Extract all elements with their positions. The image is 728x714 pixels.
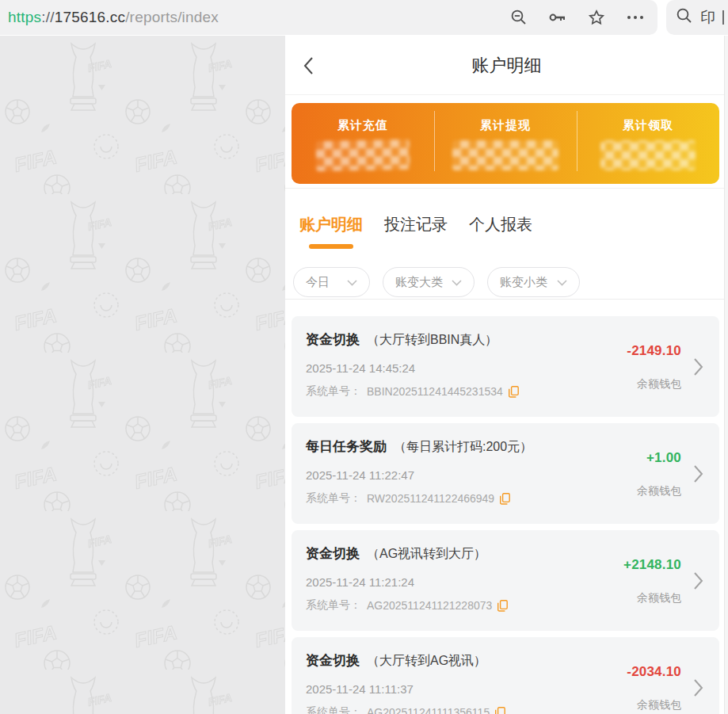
filter-label: 账变大类 bbox=[395, 275, 443, 290]
summary-label: 累计领取 bbox=[623, 118, 673, 133]
transaction-amount: -2149.10 bbox=[627, 343, 681, 359]
wallet-type: 余额钱包 bbox=[627, 377, 681, 391]
order-label: 系统单号： bbox=[306, 705, 361, 714]
clipped-glyph bbox=[722, 10, 725, 25]
wallet-type: 余额钱包 bbox=[627, 698, 681, 712]
screen: https://175616.cc/reports/index bbox=[0, 0, 728, 714]
tab-bar: 账户明细 投注记录 个人报表 bbox=[285, 189, 728, 249]
copy-icon[interactable] bbox=[509, 386, 519, 398]
wallet-type: 余额钱包 bbox=[623, 591, 681, 605]
wallet-type: 余额钱包 bbox=[637, 484, 681, 498]
masked-amount bbox=[452, 140, 558, 170]
back-button[interactable] bbox=[303, 56, 317, 75]
transaction-row[interactable]: 资金切换 （大厅转到BBIN真人） 2025-11-24 14:45:24 系统… bbox=[292, 316, 719, 417]
order-number: AG202511241121228073 bbox=[367, 599, 492, 612]
transaction-title: 资金切换 bbox=[306, 544, 360, 563]
order-label: 系统单号： bbox=[306, 491, 361, 506]
tab-label: 个人报表 bbox=[469, 214, 532, 235]
tab[interactable]: 个人报表 bbox=[469, 214, 532, 249]
address-bar-icons bbox=[510, 9, 645, 26]
summary-card: 累计充值 累计提现 累计领取 bbox=[292, 103, 719, 184]
transaction-note: （AG视讯转到大厅） bbox=[367, 546, 486, 563]
browser-topbar: https://175616.cc/reports/index bbox=[0, 0, 728, 36]
copy-icon[interactable] bbox=[500, 493, 510, 505]
url-text[interactable]: https://175616.cc/reports/index bbox=[8, 9, 219, 26]
summary-item: 累计充值 bbox=[292, 103, 434, 184]
chevron-right-icon[interactable] bbox=[693, 357, 703, 380]
transaction-note: （大厅转到BBIN真人） bbox=[367, 332, 497, 349]
fifa-watermark-background: FIFA FIFA bbox=[0, 36, 285, 714]
order-number: AG202511241111356115 bbox=[367, 706, 490, 714]
transaction-amount: +2148.10 bbox=[623, 557, 681, 573]
url-separator: :// bbox=[41, 9, 54, 25]
order-label: 系统单号： bbox=[306, 384, 361, 399]
chevron-down-icon bbox=[347, 275, 357, 289]
url-path: /reports/index bbox=[125, 9, 219, 25]
transaction-list: 资金切换 （大厅转到BBIN真人） 2025-11-24 14:45:24 系统… bbox=[285, 316, 728, 714]
zoom-out-icon[interactable] bbox=[510, 9, 528, 26]
transaction-row[interactable]: 资金切换 （大厅转到AG视讯） 2025-11-24 11:11:37 系统单号… bbox=[292, 637, 719, 714]
summary-label: 累计充值 bbox=[337, 118, 388, 133]
masked-amount bbox=[600, 140, 696, 170]
filter-label: 今日 bbox=[306, 275, 330, 290]
transaction-row[interactable]: 每日任务奖励 （每日累计打码:200元） 2025-11-24 11:22:47… bbox=[292, 423, 719, 524]
divider bbox=[285, 299, 728, 300]
star-icon[interactable] bbox=[588, 9, 605, 26]
search-query-text: 印 bbox=[700, 7, 715, 28]
filter-dropdown[interactable]: 今日 bbox=[293, 267, 370, 297]
tab[interactable]: 账户明细 bbox=[299, 214, 363, 249]
order-number: BBIN202511241445231534 bbox=[367, 385, 503, 398]
transaction-title: 资金切换 bbox=[306, 651, 360, 670]
browser-search-box[interactable]: 印 bbox=[666, 0, 728, 35]
transaction-title: 每日任务奖励 bbox=[306, 437, 387, 456]
transaction-amount-block: -2149.10 余额钱包 bbox=[627, 343, 681, 391]
order-label: 系统单号： bbox=[306, 598, 361, 613]
summary-item: 累计领取 bbox=[577, 103, 719, 184]
transaction-amount-block: +2148.10 余额钱包 bbox=[623, 557, 681, 605]
copy-icon[interactable] bbox=[497, 600, 508, 612]
chevron-down-icon bbox=[557, 275, 567, 289]
address-bar[interactable]: https://175616.cc/reports/index bbox=[0, 0, 657, 35]
more-icon[interactable] bbox=[626, 14, 645, 21]
key-icon[interactable] bbox=[548, 10, 567, 25]
tab-label: 账户明细 bbox=[299, 214, 363, 235]
url-scheme: https bbox=[8, 9, 41, 25]
transaction-note: （大厅转到AG视讯） bbox=[367, 653, 486, 670]
filter-dropdown[interactable]: 账变小类 bbox=[487, 267, 580, 297]
summary-item: 累计提现 bbox=[434, 103, 577, 184]
transaction-amount: -2034.10 bbox=[627, 664, 681, 680]
order-number: RW202511241122466949 bbox=[367, 492, 494, 505]
scrollbar-track[interactable] bbox=[724, 36, 728, 714]
transaction-amount: +1.00 bbox=[637, 450, 681, 466]
masked-amount bbox=[316, 139, 410, 171]
active-tab-underline bbox=[309, 244, 353, 249]
copy-icon[interactable] bbox=[495, 707, 505, 714]
transaction-row[interactable]: 资金切换 （AG视讯转到大厅） 2025-11-24 11:21:24 系统单号… bbox=[292, 530, 719, 631]
account-detail-panel: 账户明细 累计充值 累计提现 累计领取 账户明细 投注记录 个人报表 今日 bbox=[285, 36, 728, 714]
transaction-title: 资金切换 bbox=[306, 330, 360, 349]
chevron-down-icon bbox=[452, 275, 462, 289]
chevron-right-icon[interactable] bbox=[693, 678, 703, 701]
filter-label: 账变小类 bbox=[500, 275, 547, 290]
summary-label: 累计提现 bbox=[480, 118, 531, 133]
transaction-note: （每日累计打码:200元） bbox=[394, 439, 532, 456]
filter-bar: 今日 账变大类 账变小类 bbox=[285, 267, 728, 297]
page-title: 账户明细 bbox=[285, 36, 728, 95]
chevron-right-icon[interactable] bbox=[693, 464, 703, 487]
page-header: 账户明细 bbox=[285, 36, 728, 95]
filter-dropdown[interactable]: 账变大类 bbox=[383, 267, 475, 297]
url-host: 175616.cc bbox=[55, 9, 125, 25]
transaction-amount-block: +1.00 余额钱包 bbox=[637, 450, 681, 498]
chevron-right-icon[interactable] bbox=[693, 571, 703, 594]
tab[interactable]: 投注记录 bbox=[384, 214, 448, 249]
tab-label: 投注记录 bbox=[384, 214, 448, 235]
transaction-amount-block: -2034.10 余额钱包 bbox=[627, 664, 681, 712]
search-icon bbox=[676, 7, 693, 28]
